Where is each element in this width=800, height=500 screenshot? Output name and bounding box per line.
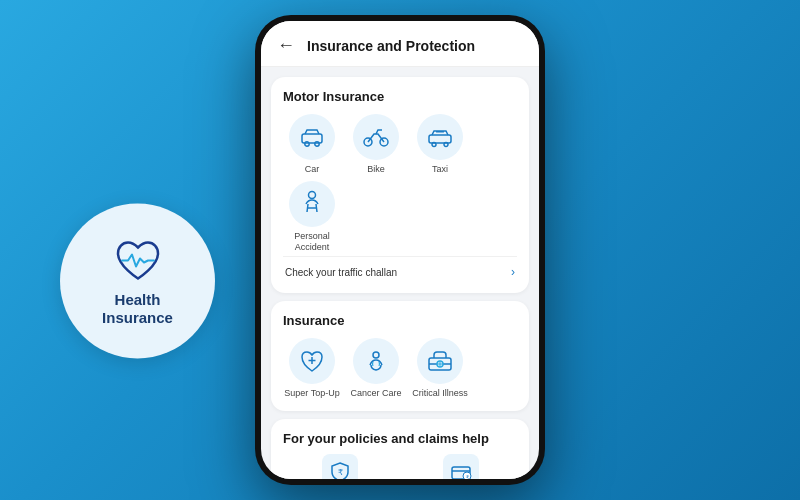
policies-row: ₹ My Policies & Plans ₹ bbox=[283, 454, 517, 479]
svg-point-1 bbox=[305, 142, 309, 146]
critical-illness-icon-circle bbox=[417, 338, 463, 384]
svg-text:₹: ₹ bbox=[465, 474, 468, 479]
motor-insurance-card: Motor Insurance Car bbox=[271, 77, 529, 293]
personal-accident-label: Personal Accident bbox=[283, 231, 341, 253]
screen-header: ← Insurance and Protection bbox=[261, 21, 539, 67]
super-topup-icon-circle bbox=[289, 338, 335, 384]
car-label: Car bbox=[305, 164, 320, 175]
critical-illness-label: Critical Illness bbox=[412, 388, 468, 399]
taxi-label: Taxi bbox=[432, 164, 448, 175]
motor-icon-grid: Car Bike bbox=[283, 114, 517, 252]
back-button[interactable]: ← bbox=[277, 35, 295, 56]
pay-premium-item[interactable]: ₹ Pay Premium bbox=[404, 454, 517, 479]
insurance-card: Insurance Super Top-Up bbox=[271, 301, 529, 411]
health-insurance-badge: Health Insurance bbox=[60, 204, 215, 359]
svg-point-12 bbox=[373, 352, 379, 358]
svg-rect-0 bbox=[302, 134, 322, 143]
svg-text:₹: ₹ bbox=[337, 468, 342, 477]
badge-label: Health Insurance bbox=[102, 290, 173, 326]
svg-point-7 bbox=[444, 143, 448, 147]
personal-accident-icon-circle bbox=[289, 181, 335, 227]
cancer-care-item[interactable]: Cancer Care bbox=[347, 338, 405, 399]
motor-car-item[interactable]: Car bbox=[283, 114, 341, 175]
bike-icon-circle bbox=[353, 114, 399, 160]
heart-pulse-icon bbox=[112, 236, 164, 282]
motor-bike-item[interactable]: Bike bbox=[347, 114, 405, 175]
phone-screen: ← Insurance and Protection Motor Insuran… bbox=[261, 21, 539, 479]
bike-label: Bike bbox=[367, 164, 385, 175]
screen-content: Motor Insurance Car bbox=[261, 67, 539, 479]
super-topup-item[interactable]: Super Top-Up bbox=[283, 338, 341, 399]
motor-personal-item[interactable]: Personal Accident bbox=[283, 181, 341, 253]
motor-taxi-item[interactable]: Taxi bbox=[411, 114, 469, 175]
pay-premium-icon-box: ₹ bbox=[443, 454, 479, 479]
taxi-icon-circle bbox=[417, 114, 463, 160]
svg-rect-8 bbox=[436, 131, 444, 133]
cancer-care-icon-circle bbox=[353, 338, 399, 384]
insurance-title: Insurance bbox=[283, 313, 517, 328]
challan-text: Check your traffic challan bbox=[285, 267, 397, 278]
motor-insurance-title: Motor Insurance bbox=[283, 89, 517, 104]
challan-arrow-icon: › bbox=[511, 265, 515, 279]
svg-point-6 bbox=[432, 143, 436, 147]
cancer-care-label: Cancer Care bbox=[350, 388, 401, 399]
my-policies-item[interactable]: ₹ My Policies & Plans bbox=[283, 454, 396, 479]
shield-icon-box: ₹ bbox=[322, 454, 358, 479]
page-title: Insurance and Protection bbox=[307, 38, 475, 54]
svg-point-2 bbox=[315, 142, 319, 146]
critical-illness-item[interactable]: Critical Illness bbox=[411, 338, 469, 399]
insurance-icon-grid: Super Top-Up C bbox=[283, 338, 517, 399]
challan-row[interactable]: Check your traffic challan › bbox=[283, 256, 517, 281]
policies-title: For your policies and claims help bbox=[283, 431, 517, 446]
policies-card: For your policies and claims help ₹ My P… bbox=[271, 419, 529, 479]
car-icon-circle bbox=[289, 114, 335, 160]
super-topup-label: Super Top-Up bbox=[284, 388, 339, 399]
phone-frame: ← Insurance and Protection Motor Insuran… bbox=[255, 15, 545, 485]
svg-rect-5 bbox=[429, 135, 451, 143]
svg-point-9 bbox=[309, 191, 316, 198]
